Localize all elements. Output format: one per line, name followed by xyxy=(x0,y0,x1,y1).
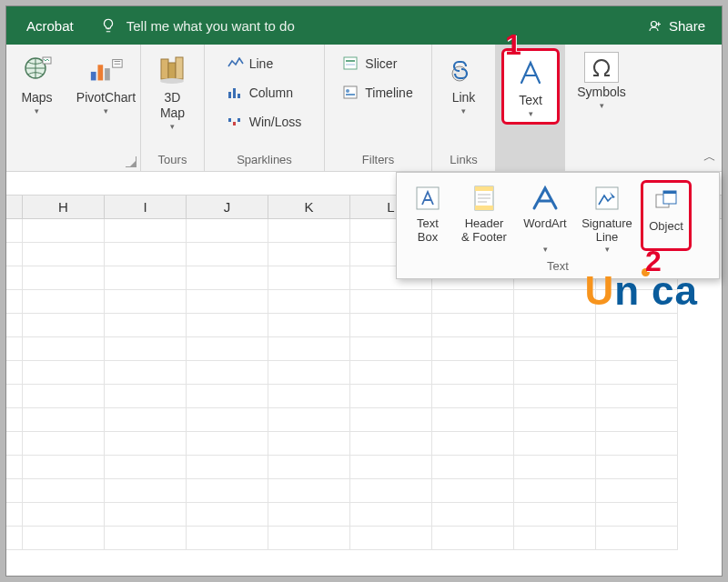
svg-rect-11 xyxy=(228,92,231,98)
svg-rect-13 xyxy=(238,94,240,98)
col-header[interactable]: J xyxy=(187,196,268,218)
symbols-label: Symbols xyxy=(577,85,626,100)
3d-map-button[interactable]: 3D Map ▾ xyxy=(147,50,198,131)
timeline-label: Timeline xyxy=(365,85,412,100)
group-text-spacer xyxy=(496,164,565,171)
svg-rect-3 xyxy=(90,72,96,81)
link-icon xyxy=(446,52,482,88)
maps-button[interactable]: Maps ▾ xyxy=(7,50,67,115)
svg-rect-14 xyxy=(228,118,231,122)
group-symbols: Symbols ▾ xyxy=(565,45,638,171)
sparkline-column-label: Column xyxy=(249,85,293,100)
group-symbols-spacer xyxy=(565,164,638,171)
chevron-down-icon: ▾ xyxy=(461,106,466,115)
header-footer-label: Header & Footer xyxy=(461,216,507,244)
group-filters-label: Filters xyxy=(325,150,431,171)
group-filters: Slicer Timeline Filters xyxy=(325,45,432,171)
sparkline-winloss-button[interactable]: Win/Loss xyxy=(224,112,306,132)
svg-point-0 xyxy=(651,22,656,27)
timeline-button[interactable]: Timeline xyxy=(339,83,416,103)
svg-rect-27 xyxy=(475,206,493,210)
svg-rect-20 xyxy=(344,86,357,98)
chevron-down-icon: ▾ xyxy=(35,106,39,115)
sparkline-line-icon xyxy=(228,55,244,72)
svg-point-10 xyxy=(160,78,184,84)
svg-rect-15 xyxy=(233,122,236,125)
svg-rect-2 xyxy=(43,57,51,64)
wordart-icon xyxy=(529,182,561,215)
sparkline-column-button[interactable]: Column xyxy=(224,83,297,103)
globe-icon xyxy=(19,52,56,88)
collapse-ribbon-icon[interactable]: ︿ xyxy=(703,149,716,166)
svg-rect-9 xyxy=(176,57,183,79)
svg-rect-5 xyxy=(105,68,110,80)
text-box-button[interactable]: Text Box xyxy=(404,180,451,246)
chevron-down-icon: ▾ xyxy=(600,101,604,110)
svg-rect-21 xyxy=(346,94,355,95)
svg-rect-28 xyxy=(596,187,618,209)
svg-rect-18 xyxy=(346,60,355,62)
group-text-collapsed: Text ▾ xyxy=(496,45,565,171)
lightbulb-icon xyxy=(97,15,119,36)
symbols-button[interactable]: Symbols ▾ xyxy=(571,48,632,114)
omega-icon xyxy=(584,52,619,83)
share-icon xyxy=(647,17,663,34)
link-button[interactable]: Link ▾ xyxy=(439,50,490,115)
annotation-1: 1 xyxy=(505,28,521,62)
sparkline-column-icon xyxy=(228,85,244,101)
object-icon xyxy=(650,185,682,217)
wordart-button[interactable]: WordArt ▾ xyxy=(517,180,573,256)
svg-rect-17 xyxy=(344,57,357,69)
share-button[interactable]: Share xyxy=(642,17,711,34)
object-button[interactable]: Object xyxy=(641,180,692,251)
pivotchart-icon xyxy=(88,52,125,88)
object-label: Object xyxy=(649,219,683,246)
pivotchart-label: PivotChart xyxy=(76,90,136,105)
signature-icon xyxy=(591,182,623,215)
svg-rect-19 xyxy=(346,64,355,65)
slicer-button[interactable]: Slicer xyxy=(339,54,400,74)
signature-line-label: Signature Line xyxy=(581,216,632,244)
link-label: Link xyxy=(452,90,476,105)
text-box-icon xyxy=(411,182,444,215)
svg-point-22 xyxy=(346,89,349,93)
svg-rect-26 xyxy=(475,186,493,191)
svg-rect-7 xyxy=(161,59,168,79)
svg-rect-8 xyxy=(168,63,176,79)
header-footer-icon xyxy=(468,182,500,215)
group-sparklines: Line Column Win/Loss Sparklines xyxy=(205,45,325,171)
3d-map-label: 3D Map xyxy=(160,90,185,121)
svg-rect-4 xyxy=(97,65,103,80)
corner-cell[interactable] xyxy=(6,196,23,218)
group-tours: 3D Map ▾ Tours xyxy=(141,45,205,171)
maps-label: Maps xyxy=(21,90,52,105)
svg-rect-31 xyxy=(663,191,676,194)
app-window: Acrobat Tell me what you want to do Shar… xyxy=(5,5,723,577)
group-sparklines-label: Sparklines xyxy=(205,150,324,171)
col-header[interactable]: K xyxy=(268,196,350,218)
dialog-launcher-icon[interactable] xyxy=(126,156,136,167)
text-label: Text xyxy=(519,93,542,108)
sparkline-winloss-icon xyxy=(228,114,244,130)
sparkline-winloss-label: Win/Loss xyxy=(249,115,302,129)
header-footer-button[interactable]: Header & Footer xyxy=(455,180,513,246)
tab-acrobat[interactable]: Acrobat xyxy=(17,9,83,43)
col-header[interactable]: I xyxy=(105,196,187,218)
signature-line-button[interactable]: Signature Line ▾ xyxy=(577,180,637,256)
titlebar: Acrobat Tell me what you want to do Shar… xyxy=(6,6,722,45)
group-charts-label xyxy=(6,164,140,171)
timeline-icon xyxy=(343,85,359,101)
3d-map-icon xyxy=(155,52,191,88)
tell-me-search[interactable]: Tell me what you want to do xyxy=(126,18,642,34)
group-links: Link ▾ Links xyxy=(432,45,496,171)
pivotchart-button[interactable]: PivotChart ▾ xyxy=(73,50,140,115)
annotation-2: 2 xyxy=(645,245,662,278)
chevron-down-icon: ▾ xyxy=(170,122,175,131)
group-charts: Maps ▾ PivotChart ▾ xyxy=(6,45,141,171)
ribbon: Maps ▾ PivotChart ▾ xyxy=(6,45,722,172)
col-header[interactable]: H xyxy=(23,196,105,218)
chevron-down-icon: ▾ xyxy=(529,109,533,118)
group-links-label: Links xyxy=(432,150,495,171)
sparkline-line-button[interactable]: Line xyxy=(224,54,277,74)
chevron-down-icon: ▾ xyxy=(104,106,108,115)
